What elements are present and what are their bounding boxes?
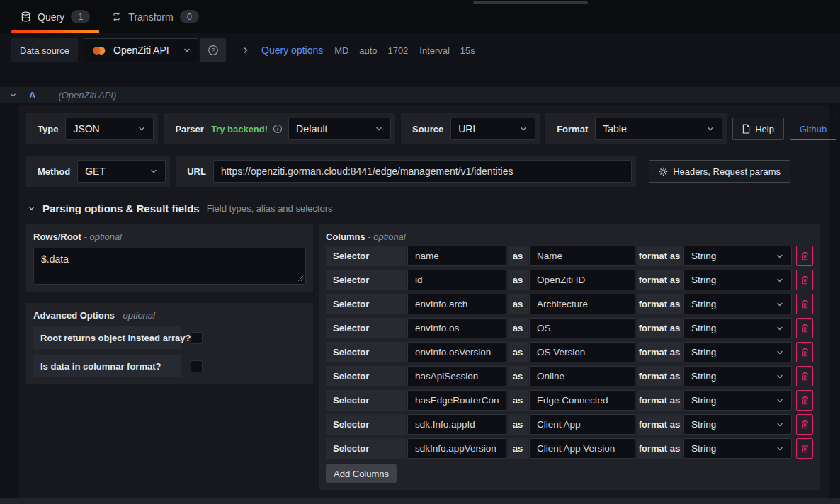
type-select[interactable]: JSON (65, 118, 154, 140)
source-select[interactable]: URL (450, 118, 535, 140)
selector-input[interactable] (407, 270, 506, 290)
method-select[interactable]: GET (77, 160, 166, 183)
trash-icon (801, 372, 809, 381)
chevron-down-icon (776, 252, 784, 260)
selector-label: Selector (326, 414, 406, 435)
rows-root-panel: Rows/Root - optional $.data (26, 224, 313, 292)
selector-label: Selector (326, 342, 406, 362)
source-select-value: URL (458, 123, 478, 134)
delete-column-button[interactable] (796, 438, 813, 459)
alias-input[interactable] (529, 438, 635, 459)
tab-query[interactable]: Query 1 (10, 0, 101, 33)
columns-label: Columns (326, 231, 365, 242)
datasource-picker[interactable]: OpenZiti API (84, 38, 198, 62)
alias-input[interactable] (529, 294, 635, 314)
format-select[interactable]: Table (595, 118, 722, 140)
delete-column-button[interactable] (796, 366, 813, 386)
format-as-label: format as (637, 390, 682, 411)
selector-label: Selector (326, 294, 406, 314)
headers-request-params-button[interactable]: Headers, Request params (649, 160, 790, 183)
format-type-select[interactable]: String (683, 438, 792, 459)
query-ref-id[interactable]: A (29, 90, 35, 101)
chevron-down-icon (776, 396, 784, 405)
format-type-value: String (691, 275, 716, 285)
datasource-label: Data source (11, 38, 78, 62)
format-as-label: format as (637, 318, 682, 338)
format-type-value: String (691, 251, 716, 261)
github-button[interactable]: Github (790, 118, 836, 140)
format-field-group: Format Table (545, 113, 727, 144)
trash-icon (801, 444, 809, 453)
add-columns-button[interactable]: Add Columns (326, 464, 397, 483)
format-type-select[interactable]: String (683, 246, 792, 266)
selector-input[interactable] (407, 246, 506, 266)
delete-column-button[interactable] (796, 414, 813, 435)
as-label: as (508, 438, 528, 459)
delete-column-button[interactable] (796, 246, 813, 266)
alias-input[interactable] (529, 414, 635, 435)
column-row: Selector as format as String (326, 270, 813, 290)
as-label: as (508, 390, 528, 411)
tab-transform[interactable]: Transform 0 (101, 0, 210, 33)
chevron-down-icon (776, 276, 784, 285)
method-label: Method (30, 166, 77, 177)
as-label: as (508, 414, 528, 435)
selector-input[interactable] (407, 366, 506, 386)
alias-input[interactable] (529, 342, 635, 362)
selector-input[interactable] (407, 438, 506, 459)
selector-input[interactable] (407, 294, 506, 314)
column-row: Selector as format as String (326, 294, 813, 314)
format-type-select[interactable]: String (683, 414, 792, 435)
format-type-value: String (691, 371, 716, 382)
delete-column-button[interactable] (796, 318, 813, 338)
parsing-section-header[interactable]: Parsing options & Result fields Field ty… (26, 202, 820, 214)
delete-column-button[interactable] (796, 390, 813, 411)
delete-column-button[interactable] (796, 294, 813, 314)
rows-root-textarea[interactable]: $.data (33, 248, 306, 285)
editor-help-buttons: Help Github (732, 113, 836, 144)
query-options-link[interactable]: Query options (261, 45, 323, 56)
advanced-option-row: Root returns object instead array? (33, 326, 306, 349)
info-circle-icon (273, 124, 283, 134)
pane-drag-handle[interactable] (473, 1, 588, 4)
format-type-select[interactable]: String (683, 390, 792, 411)
format-type-select[interactable]: String (683, 342, 792, 362)
advanced-options-optional: - optional (117, 310, 154, 321)
alias-input[interactable] (529, 270, 635, 290)
columnar-format-checkbox[interactable] (191, 360, 203, 372)
format-type-select[interactable]: String (683, 294, 792, 314)
format-type-select[interactable]: String (683, 366, 792, 386)
alias-input[interactable] (529, 246, 635, 266)
column-row: Selector as format as String (326, 342, 813, 362)
root-returns-object-checkbox[interactable] (191, 332, 203, 344)
alias-input[interactable] (529, 390, 635, 411)
selector-label: Selector (326, 318, 406, 338)
selector-input[interactable] (407, 390, 506, 411)
trash-icon (801, 275, 809, 285)
delete-column-button[interactable] (796, 270, 813, 290)
tab-transform-count-badge: 0 (180, 10, 199, 23)
selector-input[interactable] (407, 318, 506, 338)
selector-input[interactable] (407, 414, 506, 435)
chevron-down-icon (776, 420, 784, 429)
datasource-help-button[interactable]: ? (200, 38, 226, 62)
chevron-down-icon (776, 372, 784, 381)
format-type-value: String (691, 299, 716, 309)
alias-input[interactable] (529, 366, 635, 386)
help-button[interactable]: Help (732, 118, 784, 140)
selector-input[interactable] (407, 342, 506, 362)
delete-column-button[interactable] (796, 342, 813, 362)
format-as-label: format as (637, 270, 682, 290)
format-type-select[interactable]: String (683, 318, 792, 338)
parsing-section-title: Parsing options & Result fields (42, 202, 200, 214)
as-label: as (508, 294, 528, 314)
format-type-select[interactable]: String (683, 270, 792, 290)
url-input[interactable] (213, 160, 632, 183)
parser-select[interactable]: Default (288, 118, 391, 140)
parser-label: Parser (168, 124, 210, 134)
query-row-header[interactable]: A (OpenZiti API) (0, 87, 840, 103)
format-label: Format (550, 124, 595, 134)
parser-info-button[interactable] (273, 124, 283, 134)
alias-input[interactable] (529, 318, 635, 338)
method-select-value: GET (85, 166, 106, 177)
